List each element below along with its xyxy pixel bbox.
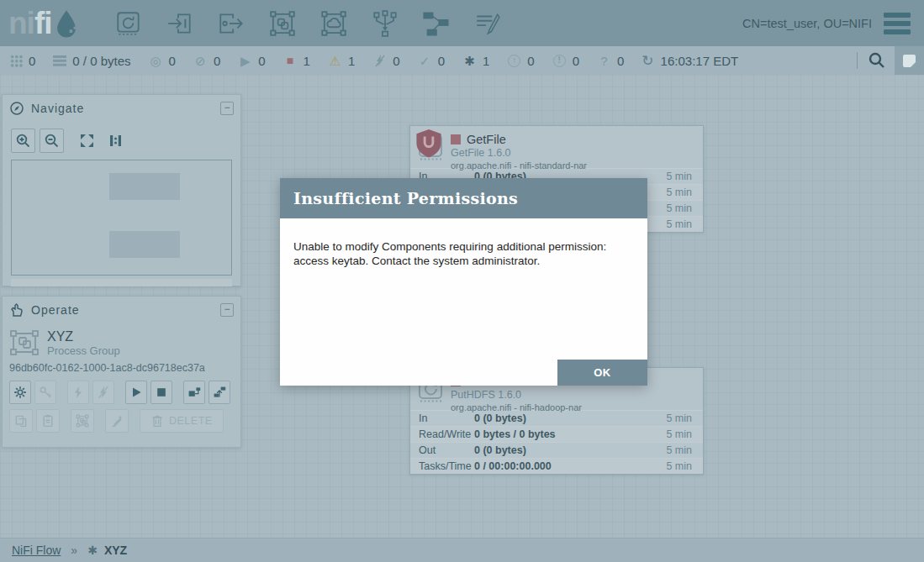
zoom-in-button[interactable]: [11, 129, 35, 153]
disable-button[interactable]: [92, 381, 114, 404]
hand-icon: [9, 302, 24, 318]
status-transmitting: ◎ 0: [149, 54, 176, 68]
queued-icon: [53, 55, 66, 66]
paste-button[interactable]: [36, 409, 60, 433]
stopped-indicator-icon: [451, 134, 461, 144]
component-toolbar: [114, 9, 502, 38]
configure-button[interactable]: [9, 381, 31, 404]
exclamation-circle-icon: !: [552, 54, 567, 68]
invalid-icon: ⚠: [328, 54, 342, 68]
threads-icon: [10, 55, 23, 67]
logo-text-1: ni: [8, 8, 34, 39]
check-icon: ✓: [418, 54, 432, 68]
stat-row-readwrite: Read/Write 0 bytes / 0 bytes 5 min: [410, 426, 703, 442]
processor-bundle: org.apache.nifi - nifi-standard-nar: [451, 160, 696, 171]
delete-label: DELETE: [169, 415, 213, 427]
copy-button[interactable]: [9, 409, 33, 433]
nifi-app: nifi: [0, 0, 924, 562]
current-user: CN=test_user, OU=NIFI: [742, 17, 872, 30]
refresh-icon[interactable]: ↻: [642, 52, 653, 70]
minimap-component: [109, 231, 180, 258]
status-stale: ↑ 0: [507, 54, 534, 68]
nifi-logo: nifi: [8, 8, 79, 39]
start-button[interactable]: [125, 381, 147, 404]
funnel-icon[interactable]: [371, 9, 399, 38]
template-icon[interactable]: [422, 9, 451, 38]
breadcrumb-current: XYZ: [104, 544, 127, 557]
collapse-operate-button[interactable]: −: [220, 303, 234, 317]
last-refreshed: ↻ 16:03:17 EDT: [642, 52, 738, 70]
delete-button[interactable]: DELETE: [140, 409, 224, 433]
navigate-panel: Navigate −: [2, 94, 241, 286]
process-group-icon[interactable]: [268, 9, 297, 38]
zoom-fit-button[interactable]: [75, 129, 99, 153]
processor-icon[interactable]: [114, 9, 143, 38]
dialog-message: Unable to modify Components requiring ad…: [293, 240, 630, 268]
question-icon: ?: [597, 54, 611, 68]
enable-button[interactable]: [67, 381, 89, 404]
transmitting-icon: ◎: [149, 54, 163, 68]
compass-icon: [9, 101, 24, 116]
minimap-component: [109, 173, 180, 200]
status-locally-modified-stale: ! 0: [552, 54, 579, 68]
disabled-icon: [372, 54, 387, 68]
status-stopped: ■ 1: [283, 54, 310, 68]
dialog-body: Unable to modify Components requiring ad…: [280, 218, 647, 386]
breadcrumb: NiFi Flow » ✱ XYZ: [0, 538, 924, 562]
operate-title: Operate: [31, 303, 80, 317]
droplet-icon: [54, 9, 79, 38]
zoom-out-button[interactable]: [40, 129, 64, 153]
dialog-header: Insufficient Permissions: [280, 178, 647, 218]
remote-process-group-icon[interactable]: [319, 9, 348, 38]
minimap-footer: [11, 279, 232, 286]
dialog-title: Insufficient Permissions: [293, 189, 518, 207]
processor-bundle: org.apache.nifi - nifi-hadoop-nar: [451, 402, 696, 412]
running-icon: ▶: [238, 54, 252, 68]
breadcrumb-root-link[interactable]: NiFi Flow: [12, 544, 61, 557]
save-template-button[interactable]: [183, 381, 205, 404]
processor-name: GetFile: [467, 133, 506, 146]
status-running: ▶ 0: [238, 54, 265, 68]
stop-button[interactable]: [150, 381, 172, 404]
status-not-transmitting: ⊘ 0: [193, 54, 220, 68]
stopped-icon: ■: [283, 54, 298, 68]
upload-template-button[interactable]: [209, 381, 230, 404]
fill-color-button[interactable]: [105, 409, 129, 433]
input-port-icon[interactable]: [166, 9, 194, 38]
navigate-title: Navigate: [31, 102, 84, 115]
zoom-actual-size-button[interactable]: [103, 129, 128, 153]
status-locally-modified: ✱ 1: [462, 54, 489, 68]
not-transmitting-icon: ⊘: [193, 54, 208, 68]
status-active-threads: 0: [10, 54, 35, 68]
stat-row-tasks: Tasks/Time 0 / 00:00:00.000 5 min: [410, 458, 703, 474]
processor-type: PutHDFS 1.6.0: [451, 389, 696, 401]
insufficient-permissions-dialog: Insufficient Permissions Unable to modif…: [280, 178, 647, 386]
birdseye-minimap[interactable]: [11, 160, 232, 276]
restricted-shield-icon: [414, 129, 443, 158]
ok-button[interactable]: OK: [557, 360, 647, 386]
collapse-navigate-button[interactable]: −: [220, 102, 234, 115]
status-sync-failure: ? 0: [597, 54, 624, 68]
status-up-to-date: ✓ 0: [418, 54, 445, 68]
output-port-icon[interactable]: [217, 9, 246, 38]
flow-status-bar: 0 0 / 0 bytes ◎ 0 ⊘ 0 ▶ 0 ■ 1: [0, 46, 924, 75]
locally-modified-icon: ✱: [87, 544, 98, 557]
logo-text-2: fi: [34, 8, 52, 39]
process-group-icon: [9, 329, 41, 356]
selected-component-type: Process Group: [47, 344, 120, 357]
note-icon: [903, 55, 916, 67]
global-menu-button[interactable]: [884, 13, 911, 34]
bulletin-board-button[interactable]: [895, 46, 924, 75]
search-icon[interactable]: [868, 51, 886, 70]
operate-panel: Operate − XYZ Process Group 96db60fc-016…: [2, 296, 241, 448]
stale-icon: ↑: [507, 54, 521, 68]
status-queued: 0 / 0 bytes: [53, 54, 130, 68]
group-button[interactable]: [71, 409, 94, 433]
access-policies-button[interactable]: [34, 381, 56, 404]
processor-type: GetFile 1.6.0: [451, 147, 696, 159]
asterisk-icon: ✱: [462, 54, 477, 68]
label-icon[interactable]: [473, 9, 502, 38]
status-disabled: 0: [372, 54, 399, 68]
selected-component-id: 96db60fc-0162-1000-1ac8-dc96718ec37a: [3, 357, 240, 374]
separator: [857, 52, 858, 69]
